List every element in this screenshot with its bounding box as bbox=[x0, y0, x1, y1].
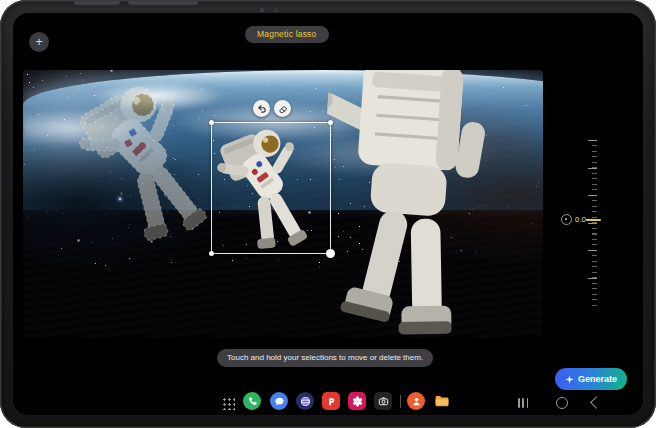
eraser-button[interactable] bbox=[274, 100, 291, 117]
rotate-dial-icon bbox=[561, 214, 572, 225]
nav-back-button[interactable] bbox=[590, 396, 603, 409]
recent-app-contacts[interactable] bbox=[407, 392, 425, 410]
app-icon-gallery[interactable] bbox=[348, 392, 366, 410]
astronaut-large[interactable] bbox=[311, 70, 523, 338]
recent-app-my-files[interactable] bbox=[433, 392, 451, 410]
rotation-marker bbox=[586, 219, 601, 221]
phone-icon bbox=[247, 396, 258, 407]
app-grid-icon[interactable] bbox=[222, 397, 235, 410]
tablet-frame: + Magnetic lasso bbox=[0, 0, 656, 428]
app-icon-camera[interactable] bbox=[374, 392, 392, 410]
hint-toast: Touch and hold your selections to move o… bbox=[217, 349, 433, 367]
rotation-readout: 0.0 bbox=[561, 214, 586, 225]
selection-handle-bottom-right[interactable] bbox=[326, 249, 335, 258]
pinwheel-flower-icon bbox=[352, 396, 363, 407]
selection-box[interactable] bbox=[211, 122, 331, 254]
rotation-ruler[interactable] bbox=[592, 140, 597, 306]
tool-mode-pill[interactable]: Magnetic lasso bbox=[245, 26, 329, 43]
camera-icon bbox=[378, 396, 389, 407]
generate-button[interactable]: Generate bbox=[555, 368, 627, 390]
tablet-screen: + Magnetic lasso bbox=[13, 13, 643, 415]
globe-icon bbox=[300, 396, 311, 407]
generate-label: Generate bbox=[578, 374, 617, 384]
selection-handle-bottom-left[interactable] bbox=[209, 251, 214, 256]
nav-recents-button[interactable] bbox=[518, 398, 530, 408]
app-icon-samsung-internet[interactable] bbox=[296, 392, 314, 410]
add-selection-button[interactable]: + bbox=[29, 32, 49, 52]
photo-canvas[interactable] bbox=[23, 70, 543, 338]
volume-button bbox=[128, 1, 198, 5]
taskbar-divider bbox=[400, 395, 401, 408]
selection-handle-top-right[interactable] bbox=[328, 120, 333, 125]
eraser-icon bbox=[278, 104, 288, 114]
front-camera bbox=[260, 8, 264, 12]
app-icon-messages[interactable] bbox=[270, 392, 288, 410]
chat-bubble-icon bbox=[274, 396, 285, 407]
rotation-value: 0.0 bbox=[575, 215, 586, 224]
undo-arrow-icon bbox=[257, 104, 267, 114]
sensor-dot bbox=[274, 8, 278, 12]
selection-handle-top-left[interactable] bbox=[209, 120, 214, 125]
app-icon-penup[interactable] bbox=[322, 392, 340, 410]
nav-home-button[interactable] bbox=[556, 397, 568, 409]
pen-p-icon bbox=[326, 396, 337, 407]
ai-sparkle-icon bbox=[565, 375, 574, 384]
power-button bbox=[74, 1, 120, 5]
folder-icon bbox=[434, 393, 450, 409]
app-icon-phone[interactable] bbox=[243, 392, 261, 410]
person-icon bbox=[411, 396, 422, 407]
undo-button[interactable] bbox=[253, 100, 270, 117]
